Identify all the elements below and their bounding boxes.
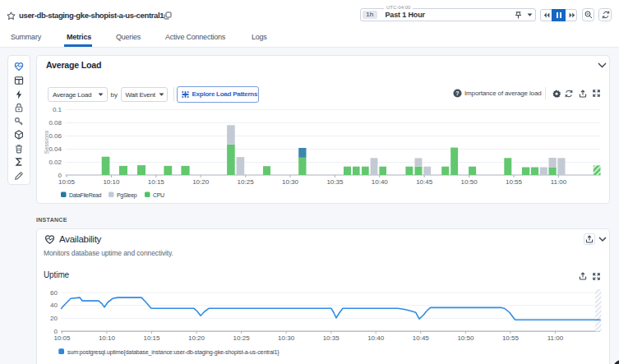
svg-text:10:10: 10:10: [103, 178, 120, 186]
svg-text:10:20: 10:20: [192, 178, 210, 186]
svg-text:0.08: 0.08: [49, 119, 62, 127]
svg-text:PgSleep: PgSleep: [117, 192, 137, 199]
svg-text:0.06: 0.06: [49, 132, 62, 140]
svg-text:?: ?: [455, 90, 459, 96]
svg-text:10:50: 10:50: [457, 334, 474, 342]
svg-text:10:30: 10:30: [278, 334, 295, 342]
svg-text:10:10: 10:10: [99, 334, 116, 342]
svg-text:20: 20: [50, 315, 58, 322]
svg-text:10:15: 10:15: [148, 178, 165, 186]
svg-text:0.04: 0.04: [49, 145, 62, 153]
svg-text:DataFileRead: DataFileRead: [69, 192, 102, 198]
svg-text:10:40: 10:40: [367, 334, 385, 342]
svg-text:11:00: 11:00: [551, 178, 567, 186]
svg-text:10:40: 10:40: [372, 178, 389, 186]
svg-text:sum:postgresql.uptime{database: sum:postgresql.uptime{database_instance:…: [67, 349, 279, 356]
svg-text:10:05: 10:05: [53, 334, 71, 342]
svg-text:10:25: 10:25: [238, 178, 255, 186]
svg-text:10:55: 10:55: [502, 334, 520, 342]
svg-text:0.02: 0.02: [49, 159, 62, 166]
svg-text:10:30: 10:30: [282, 178, 299, 186]
svg-text:11:00: 11:00: [547, 334, 564, 342]
svg-text:0.1: 0.1: [53, 106, 62, 113]
svg-text:10:45: 10:45: [413, 334, 430, 342]
svg-text:60: 60: [50, 289, 58, 297]
svg-text:10:50: 10:50: [461, 178, 478, 186]
svg-text:10:35: 10:35: [323, 334, 340, 342]
svg-text:CPU: CPU: [153, 192, 164, 198]
svg-text:10:05: 10:05: [58, 178, 76, 186]
svg-text:Sessions: Sessions: [44, 130, 49, 154]
svg-text:40: 40: [50, 302, 58, 309]
svg-text:10:45: 10:45: [416, 178, 433, 186]
svg-text:10:35: 10:35: [326, 178, 344, 186]
svg-text:10:25: 10:25: [233, 334, 251, 342]
svg-text:10:55: 10:55: [506, 178, 523, 186]
svg-text:10:20: 10:20: [188, 334, 206, 342]
svg-text:10:15: 10:15: [143, 334, 160, 342]
